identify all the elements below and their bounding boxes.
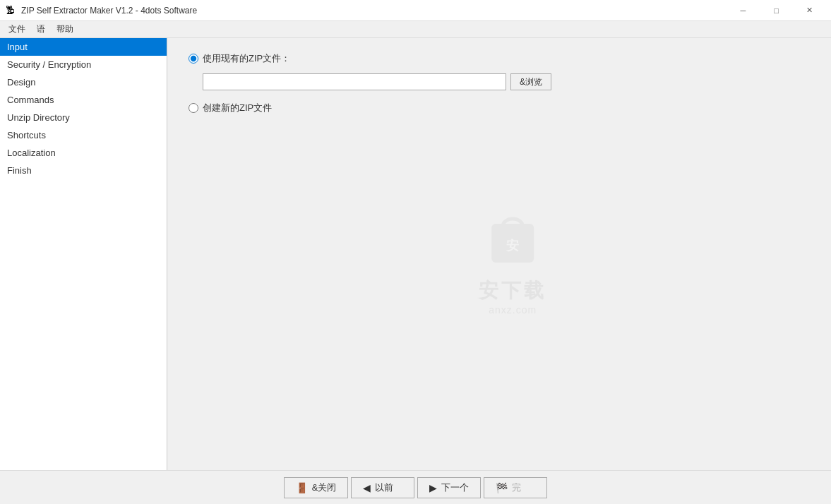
content-panel: 使用现有的ZIP文件： &浏览 创建新的ZIP文件 安 bbox=[167, 38, 831, 470]
option1-text: 使用现有的ZIP文件： bbox=[203, 52, 290, 65]
close-button[interactable]: ✕ bbox=[794, 0, 825, 21]
sidebar-item-finish[interactable]: Finish bbox=[0, 162, 167, 179]
close-btn-label: &关闭 bbox=[312, 481, 337, 494]
window-controls: ─ □ ✕ bbox=[727, 0, 825, 21]
close-button-bottom[interactable]: 🚪 &关闭 bbox=[284, 477, 349, 498]
menu-lang[interactable]: 语 bbox=[31, 22, 51, 37]
sidebar-item-unzip-directory[interactable]: Unzip Directory bbox=[0, 109, 167, 126]
sidebar-item-design[interactable]: Design bbox=[0, 73, 167, 91]
option1-row: 使用现有的ZIP文件： bbox=[189, 52, 810, 65]
main-area: Input Security / Encryption Design Comma… bbox=[0, 38, 831, 504]
next-icon: ▶ bbox=[429, 482, 437, 493]
menu-help[interactable]: 帮助 bbox=[51, 22, 79, 37]
next-btn-label: 下一个 bbox=[441, 481, 469, 494]
menu-file[interactable]: 文件 bbox=[3, 22, 31, 37]
sidebar-item-security[interactable]: Security / Encryption bbox=[0, 56, 167, 73]
zip-input-row: &浏览 bbox=[203, 73, 810, 90]
browse-button[interactable]: &浏览 bbox=[510, 73, 551, 90]
svg-rect-0 bbox=[491, 224, 534, 263]
prev-btn-label: 以前 bbox=[375, 481, 393, 494]
watermark-icon: 安 bbox=[484, 213, 541, 270]
prev-button[interactable]: ◀ 以前 bbox=[351, 477, 414, 498]
option2-label[interactable]: 创建新的ZIP文件 bbox=[189, 102, 272, 114]
sidebar-item-localization[interactable]: Localization bbox=[0, 144, 167, 162]
bottom-bar: 🚪 &关闭 ◀ 以前 ▶ 下一个 🏁 完 bbox=[0, 470, 831, 504]
title-text: ZIP Self Extractor Maker V1.2 - 4dots So… bbox=[21, 6, 197, 16]
option1-radio[interactable] bbox=[189, 54, 198, 64]
sidebar-item-shortcuts[interactable]: Shortcuts bbox=[0, 126, 167, 144]
option2-text: 创建新的ZIP文件 bbox=[203, 102, 272, 114]
option2-radio[interactable] bbox=[189, 103, 198, 113]
finish-button[interactable]: 🏁 完 bbox=[484, 477, 547, 498]
finish-btn-label: 完 bbox=[512, 481, 521, 494]
finish-icon: 🏁 bbox=[496, 482, 508, 493]
watermark: 安 安下载 anxz.com bbox=[479, 213, 546, 316]
zip-file-input[interactable] bbox=[203, 73, 506, 90]
minimize-button[interactable]: ─ bbox=[727, 0, 759, 21]
maximize-button[interactable]: □ bbox=[760, 0, 792, 21]
title-bar: 🗜 ZIP Self Extractor Maker V1.2 - 4dots … bbox=[0, 0, 831, 21]
sidebar-item-commands[interactable]: Commands bbox=[0, 91, 167, 109]
svg-point-1 bbox=[503, 219, 522, 233]
next-button[interactable]: ▶ 下一个 bbox=[417, 477, 481, 498]
sidebar: Input Security / Encryption Design Comma… bbox=[0, 38, 167, 470]
watermark-cn: 安下载 bbox=[479, 277, 546, 304]
option2-row: 创建新的ZIP文件 bbox=[189, 102, 810, 114]
prev-icon: ◀ bbox=[363, 482, 371, 493]
close-icon: 🚪 bbox=[296, 482, 308, 493]
watermark-en: anxz.com bbox=[479, 304, 546, 316]
menu-bar: 文件 语 帮助 bbox=[0, 21, 831, 38]
app-icon: 🗜 bbox=[6, 5, 17, 16]
sidebar-item-input[interactable]: Input bbox=[0, 38, 167, 56]
svg-text:安: 安 bbox=[506, 238, 519, 253]
option1-label[interactable]: 使用现有的ZIP文件： bbox=[189, 52, 290, 65]
